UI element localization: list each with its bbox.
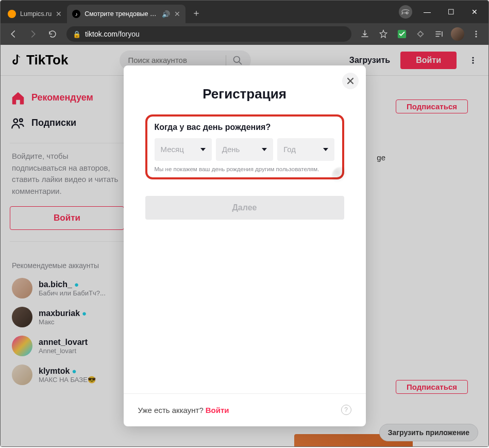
birthday-privacy-note: Мы не покажем ваш день рождения другим п…: [155, 166, 335, 172]
browser-address-bar: 🔒 tiktok.com/foryou: [1, 23, 488, 45]
day-select[interactable]: День: [216, 138, 273, 161]
install-app-icon[interactable]: [357, 26, 373, 42]
select-placeholder: Год: [283, 145, 296, 154]
birthday-label: Когда у вас день рождения?: [155, 123, 335, 132]
lock-icon: 🔒: [73, 30, 81, 38]
bookmark-icon[interactable]: [375, 26, 392, 42]
reading-list-icon[interactable]: [431, 26, 447, 42]
favicon-tiktok: ♪: [72, 10, 80, 18]
browser-tab-tiktok[interactable]: ♪ Смотрите трендовые видео 🔊 ✕: [67, 5, 186, 23]
browser-window: Lumpics.ru ✕ ♪ Смотрите трендовые видео …: [0, 0, 489, 447]
year-select[interactable]: Год: [277, 138, 334, 161]
close-window-button[interactable]: ✕: [463, 4, 486, 20]
forward-button[interactable]: [24, 25, 42, 43]
reload-button[interactable]: [44, 25, 61, 43]
help-icon[interactable]: ?: [341, 405, 351, 415]
svg-point-2: [475, 33, 477, 35]
extension-check-icon[interactable]: [394, 26, 410, 42]
new-tab-button[interactable]: ＋: [192, 7, 201, 19]
page-content: TikTok Загрузить Войти: [1, 45, 488, 446]
close-tab-icon[interactable]: ✕: [56, 10, 62, 18]
svg-point-3: [475, 36, 477, 37]
birthday-section-highlight: Когда у вас день рождения? Месяц День Го…: [145, 114, 344, 179]
chevron-down-icon: [262, 148, 267, 151]
modal-login-link[interactable]: Войти: [206, 406, 229, 414]
favicon-lumpics: [8, 10, 16, 18]
next-button[interactable]: Далее: [145, 196, 344, 220]
modal-footer: Уже есть аккаунт? Войти ?: [124, 393, 366, 426]
close-tab-icon[interactable]: ✕: [174, 10, 180, 18]
chevron-down-icon: [200, 148, 206, 151]
signup-modal: Регистрация Когда у вас день рождения? М…: [124, 65, 366, 426]
address-input[interactable]: 🔒 tiktok.com/foryou: [66, 26, 351, 42]
month-select[interactable]: Месяц: [155, 138, 212, 161]
browser-tab-lumpics[interactable]: Lumpics.ru ✕: [3, 5, 67, 23]
url-text: tiktok.com/foryou: [85, 30, 345, 38]
incognito-icon[interactable]: [399, 5, 412, 19]
extensions-icon[interactable]: [412, 26, 429, 42]
already-have-account-text: Уже есть аккаунт?: [138, 406, 204, 414]
tab-title: Смотрите трендовые видео: [85, 10, 159, 18]
back-button[interactable]: [5, 25, 22, 43]
browser-menu-icon[interactable]: [468, 26, 484, 42]
minimize-button[interactable]: —: [415, 4, 439, 20]
profile-avatar[interactable]: [449, 26, 466, 42]
modal-close-button[interactable]: [342, 73, 359, 89]
chevron-down-icon: [323, 148, 328, 151]
audio-icon[interactable]: 🔊: [162, 10, 170, 18]
select-placeholder: Месяц: [161, 145, 184, 154]
browser-titlebar: Lumpics.ru ✕ ♪ Смотрите трендовые видео …: [1, 1, 488, 23]
svg-point-1: [475, 30, 477, 32]
tab-title: Lumpics.ru: [20, 10, 52, 18]
maximize-button[interactable]: ☐: [439, 4, 463, 20]
select-placeholder: День: [222, 145, 240, 154]
modal-title: Регистрация: [145, 86, 344, 102]
